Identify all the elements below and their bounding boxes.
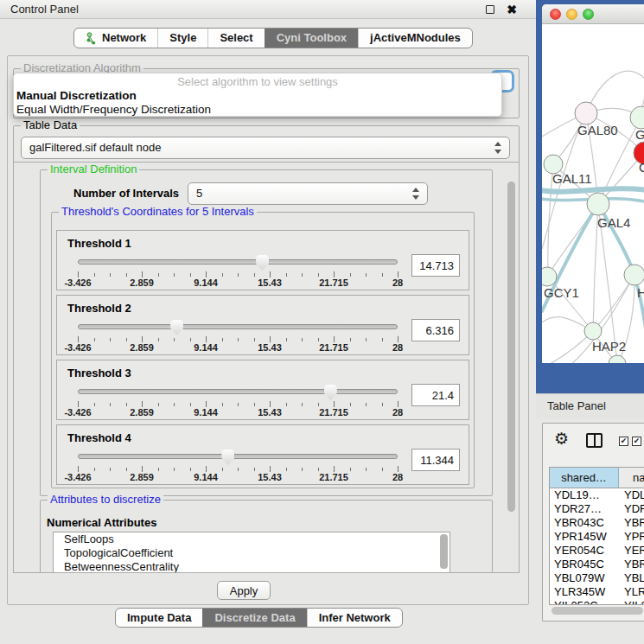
network-window-titlebar[interactable] [542,4,644,24]
attribute-list-item[interactable]: TopologicalCoefficient [54,546,450,560]
slider-track[interactable] [78,324,398,329]
cell-name[interactable]: YLR3 [619,585,644,599]
number-of-intervals-combobox[interactable]: 5 [188,182,428,205]
threshold-value-input[interactable] [411,254,460,277]
threshold-slider[interactable]: -3.4262.8599.14415.4321.71528 [78,252,398,285]
network-node-h[interactable] [624,265,644,285]
table-row[interactable]: YLR345WYLR3 [550,585,644,599]
slider-thumb[interactable] [170,320,183,335]
network-node-gcy1[interactable] [542,267,557,286]
dropdown-hint: Select algorithm to view settings [14,75,501,89]
cell-name[interactable]: YDL1 [619,488,644,502]
tick-label: 28 [392,472,403,482]
network-node-gal4[interactable] [587,193,609,215]
table-row[interactable]: YDL19…YDL1 [550,488,644,502]
cell-name[interactable]: YBR0 [619,558,644,571]
cell-shared-name[interactable]: YBR043C [550,516,619,530]
slider-track[interactable] [78,259,398,265]
tick-label: -3.426 [64,342,91,353]
horizontal-scrollbar-thumb[interactable] [552,607,643,615]
slider-thumb[interactable] [324,385,337,400]
slider-thumb[interactable] [221,450,234,465]
network-edge-thick[interactable] [542,188,644,191]
threshold-value-input[interactable] [411,319,460,341]
attribute-list-item[interactable]: SelfLoops [54,532,450,546]
tab-select[interactable]: Select [207,29,264,48]
table-row[interactable]: YER054CYER0 [550,544,644,558]
tick-mark [126,468,127,471]
network-graph[interactable]: GAL80GCGAL11GAL4GCY1HHAP2 [542,24,644,363]
network-node-gal80[interactable] [575,102,597,124]
checkbox-icon[interactable]: ✔ [619,437,628,446]
number-of-intervals-value: 5 [196,187,202,200]
zoom-traffic-light-icon[interactable] [583,9,594,20]
attribute-list-item[interactable]: BetweennessCentrality [54,560,450,573]
tick-mark [206,401,207,407]
tab-network[interactable]: Network [74,29,157,48]
cell-shared-name[interactable]: YBL079W [550,571,619,585]
network-node-hap2[interactable] [584,322,602,340]
gear-icon[interactable]: ⚙ [554,429,569,449]
slider-tick-labels: -3.4262.8599.14415.4321.71528 [78,277,398,287]
slider-thumb[interactable] [256,255,269,271]
panel-scrollbar-thumb[interactable] [507,182,515,512]
threshold-slider[interactable]: -3.4262.8599.14415.4321.71528 [78,317,398,350]
slider-track[interactable] [78,389,398,394]
cell-shared-name[interactable]: YBR045C [550,558,619,571]
apply-button[interactable]: Apply [217,581,271,600]
tab-discretize-data[interactable]: Discretize Data [202,609,306,627]
node-attribute-table[interactable]: shared… na YDL19…YDL1YDR27…YDR2YBR043CYB… [549,467,644,605]
cell-shared-name[interactable]: YDL19… [550,488,619,502]
columns-icon[interactable] [586,433,603,448]
close-traffic-light-icon[interactable] [550,9,561,20]
dropdown-option-equal-width-frequency[interactable]: Equal Width/Frequency Discretization [14,103,501,117]
cell-shared-name[interactable]: YLR345W [550,585,619,599]
network-node-g[interactable] [630,106,644,129]
tick-mark [126,403,127,406]
tick-mark [334,271,335,277]
table-row[interactable]: YBR045CYBR0 [550,558,644,571]
tab-label: jActiveMNodules [370,29,461,48]
threshold-slider[interactable]: -3.4262.8599.14415.4321.71528 [78,447,398,480]
tick-label: 28 [392,407,403,418]
numerical-attributes-list[interactable]: SelfLoopsTopologicalCoefficientBetweenne… [53,532,450,573]
cell-name[interactable]: YPR1 [619,530,644,544]
tick-mark [78,401,79,407]
table-row[interactable]: YIL052CYIL0 [550,599,644,605]
checkbox-icon[interactable]: ✔ [632,437,641,446]
list-scrollbar-thumb[interactable] [440,534,448,569]
threshold-slider[interactable]: -3.4262.8599.14415.4321.71528 [78,382,398,415]
cell-shared-name[interactable]: YER054C [550,544,619,558]
threshold-value-input[interactable] [411,384,460,406]
cell-name[interactable]: YIL0 [619,599,644,605]
table-row[interactable]: YBL079WYBL0 [550,571,644,585]
table-row[interactable]: YBR043CYBR0 [550,516,644,530]
close-icon[interactable]: ✖ [507,1,517,19]
tick-mark [382,338,383,341]
tab-jactivemnodules[interactable]: jActiveMNodules [358,29,472,48]
column-header-shared-name[interactable]: shared… [550,468,619,488]
threshold-value-input[interactable] [411,449,460,471]
column-header-name[interactable]: na [619,468,644,488]
cell-shared-name[interactable]: YPR145W [550,530,619,544]
float-window-icon[interactable] [486,5,494,14]
tab-infer-network[interactable]: Infer Network [307,609,402,627]
table-row[interactable]: YDR27…YDR2 [550,502,644,516]
cell-name[interactable]: YBR0 [619,516,644,530]
cell-name[interactable]: YDR2 [619,502,644,516]
tab-cyni-toolbox[interactable]: Cyni Toolbox [265,29,358,48]
table-row[interactable]: YPR145WYPR1 [550,530,644,544]
cell-name[interactable]: YER0 [619,544,644,558]
cell-shared-name[interactable]: YIL052C [550,599,619,605]
tick-mark [238,403,239,406]
network-canvas[interactable]: GAL80GCGAL11GAL4GCY1HHAP2 [542,24,644,363]
tab-style[interactable]: Style [157,29,207,48]
tab-impute-data[interactable]: Impute Data [116,609,202,627]
slider-track[interactable] [78,454,398,459]
tick-mark [174,468,175,471]
cell-name[interactable]: YBL0 [619,571,644,585]
dropdown-option-manual-discretization[interactable]: Manual Discretization [14,89,501,103]
minimize-traffic-light-icon[interactable] [566,9,577,20]
table-data-combobox[interactable]: galFiltered.sif default node [21,137,510,159]
cell-shared-name[interactable]: YDR27… [550,502,619,516]
